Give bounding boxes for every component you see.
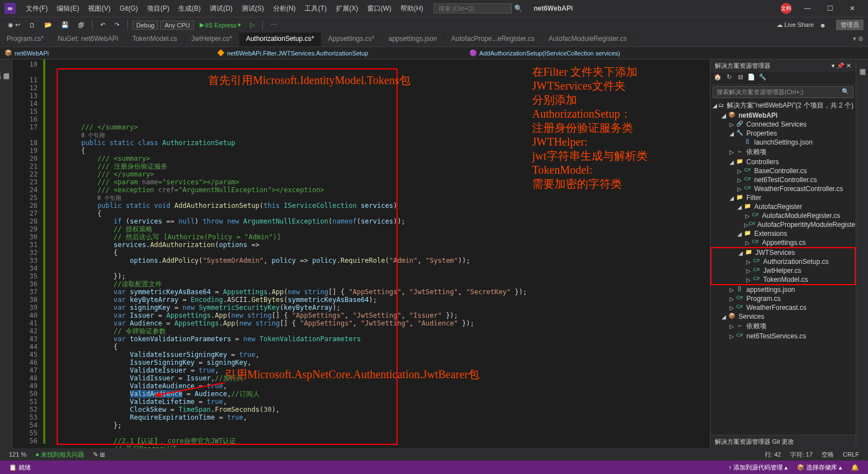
menu-item[interactable]: 调试(D) bbox=[205, 4, 237, 13]
indent-icon[interactable]: ✎ ⊞ bbox=[89, 451, 109, 458]
tree-item[interactable]: ▷C#AutofacProperitityModuleRegister.cs bbox=[710, 220, 856, 229]
maximize-button[interactable]: ☐ bbox=[819, 4, 841, 12]
tree-item[interactable]: ▷C#AuthorizationSetup.cs bbox=[712, 257, 855, 266]
show-all-icon[interactable]: 📄 bbox=[746, 73, 756, 83]
menu-item[interactable]: Git(G) bbox=[115, 4, 142, 12]
error-status[interactable]: ● 未找到相关问题 bbox=[31, 450, 89, 459]
solution-footer[interactable]: 解决方案资源管理器 Git 更改 bbox=[710, 435, 856, 448]
pin-icon[interactable]: ▾ 📌 bbox=[832, 62, 844, 69]
menu-item[interactable]: 工具(T) bbox=[300, 4, 331, 13]
server-explorer-tab[interactable]: 服务器资源管理器 bbox=[2, 64, 11, 444]
menu-item[interactable]: 窗口(W) bbox=[363, 4, 396, 13]
editor-tab[interactable]: appsettings.json bbox=[382, 32, 445, 47]
editor-tab[interactable]: AutofacModuleRegister.cs bbox=[542, 32, 634, 47]
save-icon[interactable]: 💾 bbox=[58, 20, 72, 30]
tree-item[interactable]: ▷{}appsettings.json bbox=[710, 285, 856, 294]
search-icon[interactable]: 🔍 bbox=[514, 4, 523, 12]
editor-tab[interactable]: Program.cs bbox=[0, 32, 51, 47]
nav-back-icon[interactable]: ◉ ↩ bbox=[4, 20, 24, 30]
sync-icon[interactable]: ↻ bbox=[724, 73, 734, 83]
menu-item[interactable]: 文件(F) bbox=[21, 4, 52, 13]
search-icon[interactable]: 🔍 bbox=[842, 88, 849, 96]
tree-item[interactable]: ▷C#AutofacModuleRegister.cs bbox=[710, 211, 856, 220]
editor-tab[interactable]: TokenModel.cs bbox=[126, 32, 184, 47]
tree-item[interactable]: {}launchSettings.json bbox=[710, 138, 856, 147]
tree-item[interactable]: ◢📁AutofacRegister bbox=[710, 202, 856, 211]
breadcrumb-project[interactable]: net6WebAPi bbox=[15, 50, 49, 57]
config-dropdown[interactable]: Debug bbox=[132, 21, 158, 30]
search-input[interactable] bbox=[433, 3, 512, 13]
platform-dropdown[interactable]: Any CPU bbox=[160, 21, 193, 30]
feedback-icon[interactable]: ☻ bbox=[816, 21, 829, 30]
editor-tab[interactable]: AuthorizationSetup.cs bbox=[239, 32, 321, 47]
tree-item[interactable]: ◢📁Extensions bbox=[710, 229, 856, 238]
tree-item[interactable]: ▷C#WeatherForecast.cs bbox=[710, 303, 856, 312]
project-icon: 📦 bbox=[4, 49, 12, 57]
solution-tree[interactable]: ◢🗂解决方案"net6WebAPi"(2 个项目，共 2 个)◢📦net6Web… bbox=[710, 99, 856, 435]
code-content[interactable]: 首先引用Microsoft.IdentityModel.Tokens包 引用Mi… bbox=[45, 59, 710, 448]
tree-item[interactable]: ◢📁JWTServices bbox=[712, 248, 855, 257]
close-button[interactable]: ✕ bbox=[841, 4, 864, 12]
close-panel-icon[interactable]: ✕ bbox=[846, 62, 851, 69]
open-icon[interactable]: 📂 bbox=[41, 20, 56, 30]
menu-item[interactable]: 扩展(X) bbox=[331, 4, 363, 13]
tree-item[interactable]: ◢📁Controllers bbox=[710, 157, 856, 166]
menu-item[interactable]: 帮助(H) bbox=[396, 4, 428, 13]
editor[interactable]: 1011121314151617181920212223242526272829… bbox=[12, 59, 710, 448]
titlebar: ∞ 文件(F)编辑(E)视图(V)Git(G)项目(P)生成(B)调试(D)测试… bbox=[0, 0, 868, 17]
editor-tab[interactable]: JwtHelper.cs bbox=[184, 32, 239, 47]
tree-item[interactable]: ◢📦Services bbox=[710, 312, 856, 321]
minimize-button[interactable]: — bbox=[796, 4, 819, 12]
live-share-button[interactable]: ☁ Live Share bbox=[777, 21, 814, 29]
home-icon[interactable]: 🏠 bbox=[713, 73, 723, 83]
menu-item[interactable]: 项目(P) bbox=[142, 4, 174, 13]
menu-item[interactable]: 视图(V) bbox=[84, 4, 115, 13]
tree-item[interactable]: ▷C#JwtHelper.cs bbox=[712, 266, 855, 275]
tree-item[interactable]: ▷▫▫依赖项 bbox=[710, 321, 856, 332]
run-button[interactable]: ▶ IIS Express ▾ bbox=[196, 20, 244, 30]
tree-item[interactable]: ▷C#TokenModel.cs bbox=[712, 275, 855, 284]
undo-icon[interactable]: ↶ bbox=[97, 20, 109, 30]
breadcrumb-namespace[interactable]: net6WebAPi.Filter.JWTServices.Authorizat… bbox=[227, 50, 368, 57]
toolbox-tab[interactable]: 工具箱 bbox=[0, 64, 2, 444]
notifications-icon[interactable]: 🔔 bbox=[847, 464, 864, 471]
tree-item[interactable]: ▷C#BaseController.cs bbox=[710, 166, 856, 175]
redo-icon[interactable]: ↷ bbox=[111, 20, 123, 30]
tree-item[interactable]: ◢📦net6WebAPi bbox=[710, 111, 856, 120]
notifications-tab[interactable]: 通知管理器 bbox=[858, 64, 867, 444]
menu-item[interactable]: 生成(B) bbox=[174, 4, 205, 13]
select-repo[interactable]: 📦 选择存储库 ▴ bbox=[792, 463, 847, 472]
left-sidebar: 服务器资源管理器 工具箱 bbox=[0, 59, 12, 448]
collapse-icon[interactable]: ⊟ bbox=[735, 73, 745, 83]
properties-icon[interactable]: 🔧 bbox=[758, 73, 768, 83]
indent-mode[interactable]: 空格 bbox=[817, 450, 838, 459]
line-ending[interactable]: CRLF bbox=[838, 451, 864, 458]
toolbar-extra-icon[interactable]: ⋯ bbox=[267, 20, 280, 30]
tree-item[interactable]: ▷C#net6TestController.cs bbox=[710, 175, 856, 184]
save-all-icon[interactable]: 🗐 bbox=[75, 21, 87, 30]
user-avatar[interactable]: 文料 bbox=[781, 3, 792, 14]
tree-item[interactable]: ◢🗂解决方案"net6WebAPi"(2 个项目，共 2 个) bbox=[710, 100, 856, 111]
tree-item[interactable]: ▷🔗Connected Services bbox=[710, 120, 856, 129]
zoom-level[interactable]: 121 % bbox=[4, 451, 31, 458]
editor-tab[interactable]: Appsettings.cs bbox=[321, 32, 382, 47]
tab-overflow-icon[interactable]: ▾ ⊕ bbox=[848, 32, 868, 47]
menu-item[interactable]: 编辑(E) bbox=[52, 4, 84, 13]
tree-item[interactable]: ◢🔧Properties bbox=[710, 129, 856, 138]
editor-tab[interactable]: AutofacPrope...eRegister.cs bbox=[445, 32, 542, 47]
tree-item[interactable]: ▷C#WeatherForecastController.cs bbox=[710, 184, 856, 193]
tree-item[interactable]: ▷C#Appsettings.cs bbox=[710, 238, 856, 247]
add-source-control[interactable]: ↑ 添加到源代码管理 ▴ bbox=[724, 463, 792, 472]
editor-tab[interactable]: NuGet: net6WebAPi bbox=[51, 32, 126, 47]
menu-item[interactable]: 测试(S) bbox=[237, 4, 269, 13]
solution-search[interactable]: 搜索解决方案资源管理器(Ctrl+;)🔍 bbox=[713, 86, 853, 98]
tree-item[interactable]: ▷C#net6TestServices.cs bbox=[710, 332, 856, 341]
admin-badge: 管理员 bbox=[836, 20, 864, 30]
tree-item[interactable]: ▷C#Program.cs bbox=[710, 294, 856, 303]
breadcrumb-method[interactable]: AddAuthorizationSetup(IServiceCollection… bbox=[479, 50, 620, 57]
tree-item[interactable]: ▷▫▫依赖项 bbox=[710, 147, 856, 157]
run-no-debug-icon[interactable]: ▷ bbox=[247, 20, 258, 30]
tree-item[interactable]: ◢📁Filter bbox=[710, 193, 856, 202]
new-item-icon[interactable]: 🗋 bbox=[26, 21, 39, 30]
menu-item[interactable]: 分析(N) bbox=[269, 4, 301, 13]
